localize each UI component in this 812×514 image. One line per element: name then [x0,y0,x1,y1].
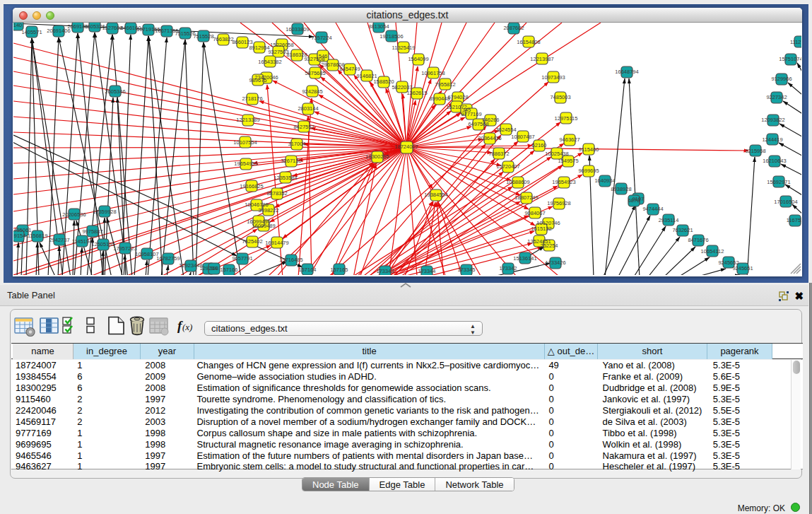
svg-text:17016504: 17016504 [774,199,797,205]
svg-text:15136141: 15136141 [513,255,536,262]
svg-text:19756928: 19756928 [547,200,570,206]
svg-text:10654112: 10654112 [701,248,724,255]
svg-text:12975115: 12975115 [555,115,578,122]
svg-text:173342: 173342 [499,265,517,271]
svg-text:18724007: 18724007 [394,144,418,150]
svg-text:7515526: 7515526 [175,30,195,37]
svg-text:19166825: 19166825 [240,183,263,189]
svg-text:1564099: 1564099 [408,56,428,62]
svg-text:16099490: 16099490 [247,218,270,225]
svg-text:1615132: 1615132 [531,226,551,232]
svg-text:8990448: 8990448 [429,95,449,102]
svg-text:15226058: 15226058 [270,42,293,48]
svg-text:11325419: 11325419 [392,45,416,51]
svg-text:173343: 173343 [376,268,394,274]
svg-text:19384554: 19384554 [424,192,447,198]
svg-text:12213987: 12213987 [530,56,553,62]
svg-text:15716485: 15716485 [279,257,302,263]
svg-text:8938928: 8938928 [611,186,631,192]
svg-text:10107554: 10107554 [233,139,257,146]
svg-text:2718176: 2718176 [242,95,262,102]
svg-text:989675: 989675 [249,77,266,83]
svg-text:2935114: 2935114 [659,217,679,223]
svg-text:16648794: 16648794 [615,69,638,75]
svg-text:157165: 157165 [330,267,348,273]
svg-text:6878: 6878 [628,197,640,204]
svg-text:62160: 62160 [532,142,547,148]
svg-text:1733426: 1733426 [545,259,565,266]
svg-text:3624554: 3624554 [495,127,516,133]
svg-text:2087682: 2087682 [503,25,524,31]
svg-text:9084067: 9084067 [524,210,545,216]
svg-text:1145194: 1145194 [72,238,93,245]
svg-text:10958107: 10958107 [135,251,158,257]
svg-text:16914479: 16914479 [265,240,288,246]
svg-text:7886372: 7886372 [488,151,509,157]
svg-text:10688609: 10688609 [506,179,529,185]
svg-text:157164: 157164 [298,267,316,273]
svg-text:9227342: 9227342 [766,94,787,100]
svg-text:173344: 173344 [418,268,435,274]
svg-text:1640934: 1640934 [594,177,615,184]
svg-text:39154: 39154 [13,233,25,239]
svg-text:19654923: 19654923 [552,179,575,185]
svg-text:12505135: 12505135 [91,241,114,247]
svg-text:7357224: 7357224 [311,35,331,41]
svg-text:17359928: 17359928 [93,209,116,215]
svg-text:546: 546 [319,53,328,59]
svg-text:9115460: 9115460 [579,146,599,153]
svg-text:8813054: 8813054 [368,23,389,30]
svg-text:9463627: 9463627 [559,136,579,143]
svg-text:9129966: 9129966 [771,76,792,82]
svg-text:9699695: 9699695 [578,168,599,174]
svg-text:9975887: 9975887 [82,228,102,235]
svg-text:303: 303 [210,265,219,271]
svg-text:7663822: 7663822 [213,36,233,42]
svg-text:1244419: 1244419 [762,136,782,143]
svg-text:1588520: 1588520 [373,78,394,85]
svg-text:9657791: 9657791 [232,255,252,262]
svg-text:8471676: 8471676 [688,237,708,243]
svg-text:12353584: 12353584 [273,175,297,181]
svg-text:2605346: 2605346 [105,88,125,95]
svg-text:7625402: 7625402 [242,238,262,245]
svg-text:10807487: 10807487 [511,134,534,140]
svg-text:10025438: 10025438 [545,151,568,157]
svg-text:7632621: 7632621 [672,227,693,233]
svg-text:17957223: 17957223 [113,245,136,252]
svg-text:9777169: 9777169 [461,111,481,117]
svg-text:10961758: 10961758 [421,70,445,76]
svg-text:1527602: 1527602 [102,25,122,31]
svg-text:140: 140 [13,23,22,28]
svg-text:8215958: 8215958 [745,148,765,154]
svg-text:20364436: 20364436 [478,135,501,141]
svg-text:18807249: 18807249 [514,194,538,201]
svg-text:15720407: 15720407 [496,163,519,170]
svg-text:1549575: 1549575 [558,158,578,164]
svg-text:1156819: 1156819 [28,233,48,239]
svg-text:8427552: 8427552 [293,124,314,130]
svg-text:16033809: 16033809 [286,26,309,33]
svg-text:7485003: 7485003 [550,94,570,100]
svg-text:252254: 252254 [540,243,558,249]
svg-text:19654955: 19654955 [234,160,257,167]
svg-text:8912954: 8912954 [249,45,269,51]
svg-text:9245651: 9245651 [732,265,753,271]
svg-text:20206536: 20206536 [62,211,86,218]
svg-text:16154808: 16154808 [517,39,540,45]
svg-text:6794028: 6794028 [447,94,468,100]
svg-text:7955812: 7955812 [435,81,455,88]
svg-text:3498222: 3498222 [258,207,278,214]
svg-text:8454749: 8454749 [339,66,360,72]
svg-text:(x): (x) [182,322,192,332]
svg-text:16782759: 16782759 [156,255,180,262]
svg-text:173345: 173345 [457,267,475,273]
svg-text:157166: 157166 [220,267,237,273]
svg-text:1112748: 1112748 [790,39,801,45]
svg-text:16210643: 16210643 [763,158,786,164]
svg-text:317004: 317004 [288,141,305,147]
svg-text:9474444: 9474444 [642,206,663,212]
svg-text:6497568: 6497568 [468,121,488,127]
svg-text:8878352: 8878352 [266,190,287,197]
svg-text:16543382: 16543382 [258,59,281,65]
